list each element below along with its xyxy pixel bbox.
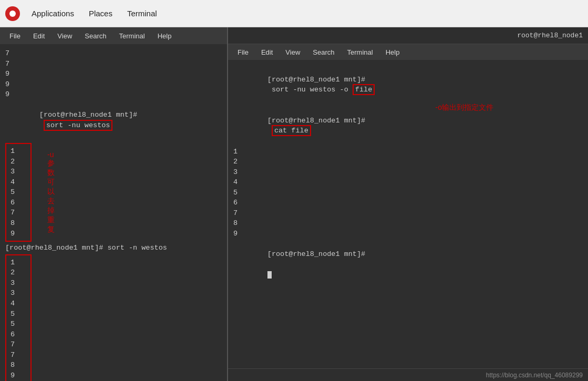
left-terminal-menubar: File Edit View Search Terminal Help [0,27,227,44]
output-line: 4 [233,177,583,188]
command-line-sort-nu: [root@rhel8_node1 mnt]# sort -nu westos [5,100,222,141]
output-nu-container: 1 2 3 4 5 6 7 8 9 -u参数可以去掉重复 [5,142,32,243]
output-line: 7 [5,59,222,69]
command-sort-nu-box: sort -nu westos [44,120,113,131]
right-terminal-menubar: File Edit View Search Terminal Help [228,44,588,60]
applications-menu[interactable]: Applications [24,6,81,21]
file-box: file [353,84,375,95]
right-title-text: root@rhel8_node1 [517,32,583,39]
left-edit-menu[interactable]: Edit [28,30,50,42]
right-file-menu[interactable]: File [232,46,254,58]
output-line: 7 [233,208,583,219]
output-line: 2 [11,157,26,167]
main-content: File Edit View Search Terminal Help 7 7 … [0,27,588,381]
output-line: 5 [11,187,26,198]
app-icon [5,6,20,21]
output-n-box: 1 2 3 3 4 5 5 6 7 7 8 9 9 9 [5,254,32,381]
cat-file-box: cat file [272,125,311,136]
output-line: 9 [5,69,222,79]
output-line: 1 [11,146,26,157]
output-line: 2 [11,267,26,278]
output-line: 5 [11,319,26,329]
output-line: 9 [11,370,26,381]
places-menu[interactable]: Places [81,6,120,21]
left-help-menu[interactable]: Help [152,30,177,42]
output-line: 9 [5,79,222,90]
output-line: 3 [233,167,583,178]
output-line: 7 [11,208,26,218]
output-line: 8 [11,218,26,229]
output-line: 9 [11,229,26,239]
output-line: 5 [11,309,26,320]
right-help-menu[interactable]: Help [380,46,405,58]
output-line: 1 [233,147,583,157]
prompt-final-text: [root@rhel8_node1 mnt]# [267,250,365,258]
right-terminal-content: [root@rhel8_node1 mnt]# sort -nu westos … [228,60,588,381]
output-line: 4 [11,177,26,188]
output-line: 9 [233,229,583,239]
cursor-right [267,271,272,279]
prompt-2: [root@rhel8_node1 mnt]# [267,117,365,125]
output-line: 2 [233,157,583,167]
terminal-menu[interactable]: Terminal [120,6,164,21]
left-search-menu[interactable]: Search [79,30,111,42]
output-line: 3 [11,278,26,289]
right-terminal-titlebar: root@rhel8_node1 [228,27,588,44]
right-terminal-panel: root@rhel8_node1 File Edit View Search T… [228,27,588,381]
annotation-o: -o输出到指定文件 [436,103,493,112]
prompt: [root@rhel8_node1 mnt]# [39,111,137,119]
command-line-sort-n: [root@rhel8_node1 mnt]# sort -n westos [5,243,222,253]
command-line-cat: [root@rhel8_node1 mnt]# cat file [233,105,583,146]
right-terminal-menu[interactable]: Terminal [342,46,378,58]
top-menubar: Applications Places Terminal [0,0,588,27]
output-line: 7 [5,48,222,59]
left-terminal-content: 7 7 9 9 9 [root@rhel8_node1 mnt]# sort -… [0,44,227,381]
output-line: 1 [11,258,26,268]
prompt-1: [root@rhel8_node1 mnt]# [267,76,365,84]
output-line: 7 [11,339,26,350]
annotation-nu: -u参数可以去掉重复 [47,150,55,234]
left-terminal-panel: File Edit View Search Terminal Help 7 7 … [0,27,228,381]
output-line: 4 [11,298,26,309]
output-line: 5 [233,188,583,198]
output-line: 8 [11,360,26,370]
output-line: 3 [11,288,26,298]
output-line: 6 [11,329,26,340]
final-prompt-right: [root@rhel8_node1 mnt]# [233,239,583,291]
left-view-menu[interactable]: View [52,30,77,42]
output-line: 9 [5,89,222,100]
output-line: 8 [233,218,583,229]
command-line-sort-o: [root@rhel8_node1 mnt]# sort -nu westos … [233,64,583,105]
right-edit-menu[interactable]: Edit [256,46,278,58]
output-line: 6 [11,198,26,208]
status-url: https://blog.csdn.net/qq_46089299 [486,372,583,379]
output-line: 6 [233,198,583,208]
status-bar: https://blog.csdn.net/qq_46089299 [228,368,588,381]
right-search-menu[interactable]: Search [307,46,339,58]
output-nu-box: 1 2 3 4 5 6 7 8 9 [5,143,32,242]
right-view-menu[interactable]: View [280,46,305,58]
command-cat-pre [267,127,272,135]
output-line: 7 [11,350,26,361]
left-file-menu[interactable]: File [4,30,26,42]
command-sort-nu-text: sort -nu westos -o [267,86,353,94]
left-terminal-menu[interactable]: Terminal [114,30,150,42]
output-line: 3 [11,167,26,177]
